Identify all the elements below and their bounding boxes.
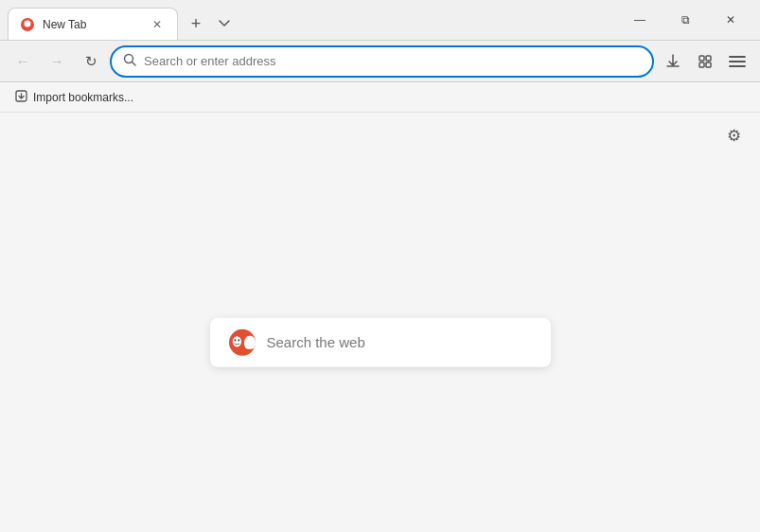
import-bookmarks-label: Import bookmarks...: [33, 91, 133, 104]
tab-area: New Tab ✕ +: [8, 0, 309, 40]
toolbar-right: [658, 46, 752, 77]
search-widget[interactable]: Search the web: [210, 317, 551, 366]
import-icon: [15, 90, 27, 105]
tab-close-button[interactable]: ✕: [149, 16, 166, 33]
tab-favicon: [20, 17, 35, 32]
svg-line-3: [133, 62, 136, 66]
extensions-button[interactable]: [690, 46, 720, 77]
nav-bar: ← → ↻: [0, 41, 760, 82]
svg-rect-5: [706, 56, 711, 61]
active-tab[interactable]: New Tab ✕: [8, 8, 178, 40]
import-bookmarks-button[interactable]: Import bookmarks...: [8, 87, 141, 108]
address-bar[interactable]: [110, 45, 654, 78]
bookmarks-bar: Import bookmarks...: [0, 82, 760, 113]
svg-rect-7: [706, 62, 711, 67]
menu-button[interactable]: [722, 46, 752, 77]
search-widget-label: Search the web: [267, 334, 365, 350]
svg-point-13: [234, 339, 236, 341]
close-button[interactable]: ✕: [709, 5, 752, 35]
back-button[interactable]: ←: [8, 46, 38, 77]
window-controls: — ⧉ ✕: [618, 5, 752, 35]
svg-point-1: [25, 20, 31, 27]
svg-rect-6: [699, 62, 704, 67]
duckduckgo-icon: [229, 328, 256, 355]
refresh-button[interactable]: ↻: [76, 46, 106, 77]
svg-rect-4: [699, 56, 704, 61]
address-search-icon: [123, 53, 136, 69]
tab-title: New Tab: [43, 18, 141, 31]
restore-button[interactable]: ⧉: [663, 5, 707, 35]
main-content: ⚙ Search the web: [0, 113, 760, 532]
address-input[interactable]: [144, 54, 641, 68]
new-tab-button[interactable]: +: [182, 9, 210, 38]
forward-button[interactable]: →: [42, 46, 72, 77]
svg-point-14: [238, 339, 239, 341]
download-button[interactable]: [658, 46, 688, 77]
title-bar: New Tab ✕ + — ⧉ ✕: [0, 0, 760, 41]
tab-dropdown-button[interactable]: [210, 9, 239, 38]
minimize-button[interactable]: —: [618, 5, 662, 35]
svg-point-12: [232, 336, 240, 346]
settings-icon: ⚙: [727, 126, 741, 146]
page-settings-button[interactable]: ⚙: [718, 120, 749, 151]
